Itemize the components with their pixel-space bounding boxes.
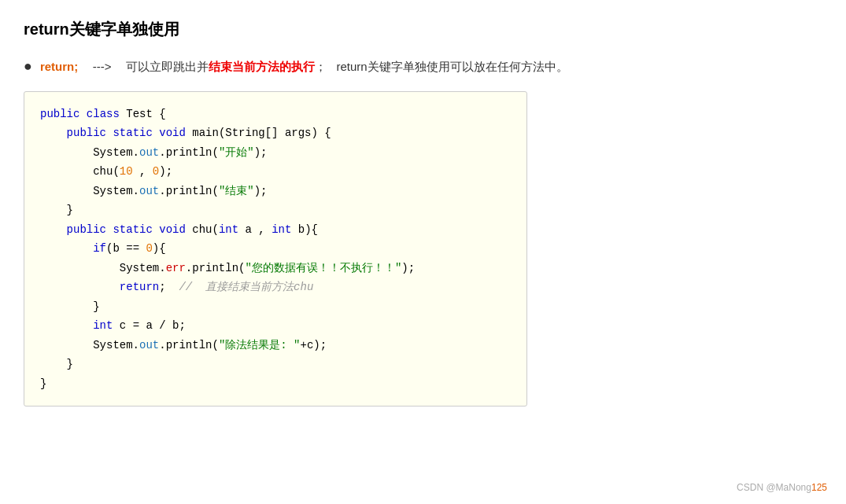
code-line-14: return; // 直接结束当前方法chu [40,278,511,297]
emphasis-text: 结束当前方法的执行 [209,60,315,73]
code-line-5: chu(10 , 0); [40,162,511,182]
code-line-3: System.out.println("开始"); [40,143,511,163]
code-line-17: System.out.println("除法结果是: "+c); [40,336,511,355]
bullet-line: ● return; ---> 可以立即跳出并结束当前方法的执行； return关… [24,54,822,79]
desc-after: return关键字单独使用可以放在任何方法中。 [337,60,568,73]
bullet-content: return; ---> 可以立即跳出并结束当前方法的执行； return关键字… [40,57,568,77]
code-line-1: public class Test { [40,105,511,124]
code-line-16: int c = a / b; [40,316,511,336]
semicolon: ； [315,60,333,73]
code-line-18: } [40,355,511,374]
bullet-dot: ● [24,54,32,79]
code-line-13: System.err.println("您的数据有误！！不执行！！"); [40,259,511,278]
code-line-15: } [40,297,511,317]
code-line-11: public static void chu(int a , int b){ [40,220,511,240]
watermark: CSDN @MaNong125 [737,482,827,493]
page-title: return关键字单独使用 [24,19,822,40]
code-line-7: System.out.println("结束"); [40,182,511,201]
code-line-8: } [40,200,511,220]
code-line-12: if(b == 0){ [40,239,511,259]
code-block: public class Test { public static void m… [24,91,527,407]
code-line-19: } [40,374,511,394]
return-keyword: return; [40,60,78,73]
code-line-2: public static void main(String[] args) { [40,123,511,143]
arrow: ---> [86,60,117,73]
desc-before-emphasis: 可以立即跳出并 [126,60,209,73]
